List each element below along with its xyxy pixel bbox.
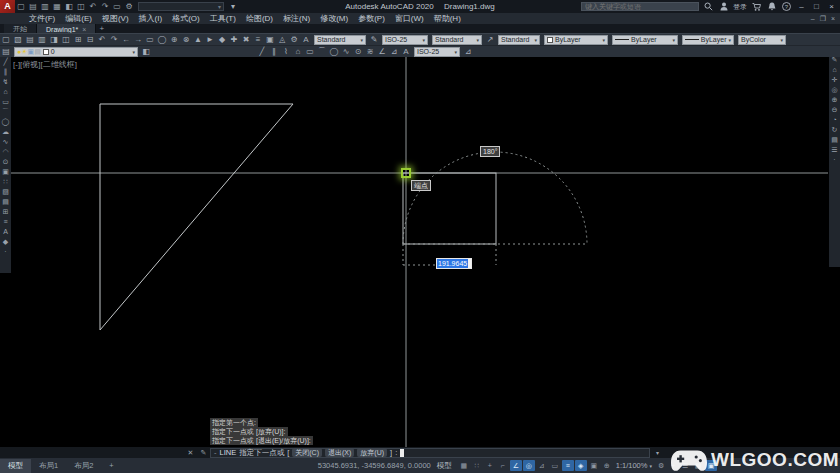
command-input[interactable]: - LINE 指定下一点或 [ 关闭(C)退出(X)放弃(U) ] :: [210, 448, 650, 458]
toolbar-icon[interactable]: A: [300, 34, 312, 46]
tab-close-icon[interactable]: ×: [82, 26, 86, 33]
layout-tab[interactable]: +: [101, 459, 121, 472]
menu-item[interactable]: 标注(N): [278, 13, 315, 24]
doc-minimize-icon[interactable]: –: [811, 15, 815, 23]
quick-access-icon[interactable]: ▢: [15, 1, 27, 13]
toolbar-icon[interactable]: ◯: [156, 34, 168, 46]
minimize-button[interactable]: –: [796, 2, 807, 11]
vertical-tool-icon[interactable]: ▭: [0, 97, 11, 107]
nav-tool-icon[interactable]: ◎: [829, 85, 840, 95]
status-toggle-icon[interactable]: ∷: [471, 460, 483, 471]
nav-tool-icon[interactable]: ◔: [829, 115, 840, 125]
user-icon[interactable]: [718, 2, 729, 12]
layer-dropdown[interactable]: ●☀▣▤ 0 ▾: [14, 47, 138, 57]
vertical-tool-icon[interactable]: ∷: [0, 177, 11, 187]
nav-tool-icon[interactable]: ⌂: [829, 65, 840, 75]
menu-item[interactable]: 文件(F): [24, 13, 60, 24]
toolbar-icon[interactable]: ◆: [216, 34, 228, 46]
triangle-shape[interactable]: [100, 104, 293, 330]
toolbar-icon[interactable]: ↷: [108, 34, 120, 46]
status-toggle-icon[interactable]: ▦: [458, 460, 470, 471]
sign-in-button[interactable]: 登录: [733, 2, 747, 12]
text-style-dropdown[interactable]: Standard ▾: [314, 35, 366, 45]
command-customize-icon[interactable]: ✎: [197, 449, 210, 457]
draw-tool-icon[interactable]: ≋: [364, 46, 376, 58]
vertical-tool-icon[interactable]: ⌂: [0, 87, 11, 97]
vertical-tool-icon[interactable]: ◠: [0, 147, 11, 157]
workspace-dropdown[interactable]: ▾: [138, 2, 224, 11]
quick-access-icon[interactable]: ↷: [99, 1, 111, 13]
vertical-tool-icon[interactable]: ↯: [0, 77, 11, 87]
viewport-controls[interactable]: [-][俯视][二维线框]: [13, 59, 77, 70]
command-cancel-icon[interactable]: ✕: [184, 449, 197, 457]
status-toggle-icon[interactable]: ⊕: [601, 460, 613, 471]
draw-tool-icon[interactable]: ∠: [376, 46, 388, 58]
plot-style-dropdown[interactable]: ByColor ▾: [738, 35, 786, 45]
status-right-icon[interactable]: ☰: [679, 460, 691, 471]
toolbar-icon[interactable]: ▤: [24, 34, 36, 46]
status-toggle-icon[interactable]: ⌐: [497, 460, 509, 471]
command-option-button[interactable]: 退出(X): [325, 448, 354, 457]
menu-item[interactable]: 视图(V): [97, 13, 134, 24]
search-icon[interactable]: [703, 2, 714, 12]
toolbar-icon[interactable]: ▢: [0, 34, 12, 46]
vertical-tool-icon[interactable]: ▣: [0, 167, 11, 177]
model-space-toggle[interactable]: 模型: [437, 461, 452, 471]
nav-tool-icon[interactable]: ▤: [829, 135, 840, 145]
draw-tool-icon[interactable]: ⌒: [316, 46, 328, 58]
status-plus-icon[interactable]: +: [667, 460, 679, 471]
tab-drawing1[interactable]: Drawing1* ×: [37, 24, 96, 33]
menu-item[interactable]: 插入(I): [134, 13, 168, 24]
status-right-icon[interactable]: ▣: [705, 460, 717, 471]
qat-overflow-icon[interactable]: ▾: [227, 1, 239, 13]
toolbar-icon[interactable]: ⊞: [72, 34, 84, 46]
draw-tool-icon[interactable]: ◯: [328, 46, 340, 58]
layout-tab[interactable]: 布局2: [66, 459, 101, 473]
toolbar-icon[interactable]: ▣: [264, 34, 276, 46]
vertical-tool-icon[interactable]: ∿: [0, 137, 11, 147]
vertical-tool-icon[interactable]: ⌒: [0, 107, 11, 117]
quick-access-icon[interactable]: ↶: [87, 1, 99, 13]
nav-tool-icon[interactable]: ⊕: [829, 95, 840, 105]
command-history-dropdown-icon[interactable]: ▾: [656, 449, 659, 456]
draw-tool-icon[interactable]: ⊿: [388, 46, 400, 58]
vertical-tool-icon[interactable]: ∥: [0, 67, 11, 77]
toolbar-icon[interactable]: ⊕: [168, 34, 180, 46]
lineweight-dropdown[interactable]: ByLayer ▾: [682, 35, 734, 45]
store-cart-icon[interactable]: [751, 2, 762, 12]
draw-tool-icon[interactable]: ⊙: [352, 46, 364, 58]
nav-tool-icon[interactable]: ·: [829, 155, 840, 165]
mleader-style-dropdown[interactable]: Standard ▾: [498, 35, 540, 45]
close-button[interactable]: ×: [826, 2, 837, 11]
status-toggle-icon[interactable]: ◈: [575, 460, 587, 471]
color-dropdown[interactable]: ByLayer ▾: [544, 35, 608, 45]
vertical-tool-icon[interactable]: ≡: [0, 217, 11, 227]
menu-item[interactable]: 格式(O): [167, 13, 205, 24]
status-right-icon[interactable]: ▦: [692, 460, 704, 471]
toolbar-icon[interactable]: ⊗: [180, 34, 192, 46]
quick-access-icon[interactable]: ◫: [75, 1, 87, 13]
text-style-icon[interactable]: ✎: [368, 35, 380, 44]
dim-style-dropdown-2[interactable]: ISO-25 ▾: [414, 47, 460, 57]
toolbar-icon[interactable]: ▥: [36, 34, 48, 46]
toolbar-icon[interactable]: ⚙: [288, 34, 300, 46]
vertical-tool-icon[interactable]: ☁: [0, 127, 11, 137]
status-toggle-icon[interactable]: ≡: [562, 460, 574, 471]
layout-tab[interactable]: 布局1: [31, 459, 66, 473]
status-toggle-icon[interactable]: ∠: [510, 460, 522, 471]
mleader-style-icon[interactable]: ↗: [484, 35, 496, 44]
draw-tool-icon[interactable]: ▭: [304, 46, 316, 58]
dynamic-input-field[interactable]: 191.9645: [436, 258, 472, 269]
maximize-button[interactable]: □: [811, 2, 822, 11]
autocad-logo-icon[interactable]: A: [0, 0, 15, 13]
draw-tool-icon[interactable]: A: [400, 46, 412, 58]
quick-access-icon[interactable]: ◧: [63, 1, 75, 13]
toolbar-icon[interactable]: ◫: [60, 34, 72, 46]
vertical-tool-icon[interactable]: ▨: [0, 187, 11, 197]
layer-properties-icon[interactable]: ▤: [0, 46, 12, 58]
vertical-tool-icon[interactable]: ◯: [0, 117, 11, 127]
vertical-tool-icon[interactable]: ▤: [0, 197, 11, 207]
drawing-canvas[interactable]: [0, 57, 840, 447]
quick-access-icon[interactable]: ▥: [39, 1, 51, 13]
toolbar-icon[interactable]: ←: [120, 34, 132, 46]
